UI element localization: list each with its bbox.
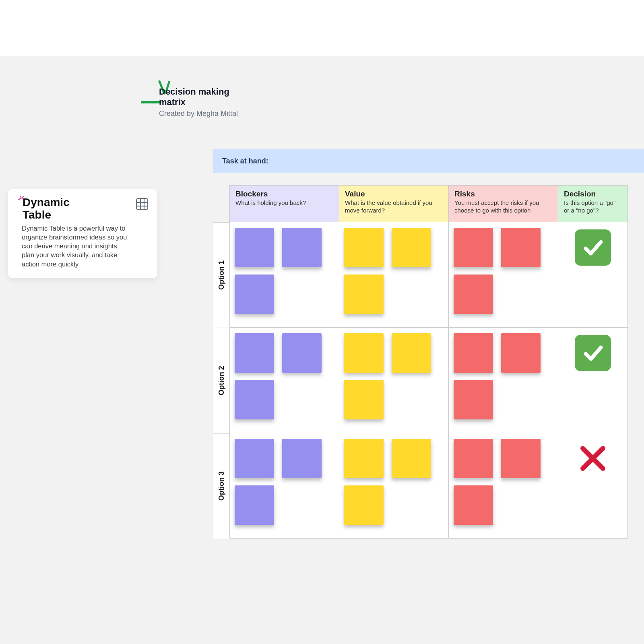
cell-blockers[interactable] xyxy=(229,222,339,328)
decision-go-badge[interactable] xyxy=(575,229,611,266)
decision-matrix: Blockers What is holding you back? Value… xyxy=(213,185,644,539)
sticky-note[interactable] xyxy=(344,275,384,314)
row-label[interactable]: Option 3 xyxy=(213,433,229,539)
sticky-note[interactable] xyxy=(392,228,431,267)
sticky-note[interactable] xyxy=(282,228,322,267)
svg-rect-0 xyxy=(136,198,148,210)
decision-go-badge[interactable] xyxy=(575,335,611,371)
col-subtitle: What is the value obtained if you move f… xyxy=(345,199,443,215)
sticky-note[interactable] xyxy=(235,439,274,478)
sticky-note[interactable] xyxy=(454,275,493,314)
sticky-note[interactable] xyxy=(501,439,541,478)
col-subtitle: Is this option a "go" or a "no go"? xyxy=(564,199,622,215)
row-label[interactable]: Option 2 xyxy=(213,328,229,433)
sticky-note[interactable] xyxy=(501,333,541,373)
template-header: Decision making matrix Created by Megha … xyxy=(159,87,248,118)
cell-blockers[interactable] xyxy=(229,433,339,539)
col-subtitle: You must accept the risks if you choose … xyxy=(454,199,552,215)
sticky-note[interactable] xyxy=(454,228,493,267)
header-spacer xyxy=(213,185,229,222)
column-header-risks[interactable]: Risks You must accept the risks if you c… xyxy=(448,185,558,222)
column-header-value[interactable]: Value What is the value obtained if you … xyxy=(339,185,448,222)
cell-blockers[interactable] xyxy=(229,328,339,433)
cell-decision[interactable] xyxy=(558,433,628,539)
sticky-note[interactable] xyxy=(344,439,384,478)
sticky-note[interactable] xyxy=(392,333,431,373)
dynamic-table-info-card[interactable]: Dynamic Table Dynamic Table is a powerfu… xyxy=(8,189,157,278)
sticky-note[interactable] xyxy=(344,333,384,373)
table-icon xyxy=(135,197,149,211)
sticky-note[interactable] xyxy=(235,485,274,525)
sticky-note[interactable] xyxy=(344,228,384,267)
col-title: Decision xyxy=(564,190,622,198)
matrix-row: Option 1 xyxy=(213,222,644,328)
col-title: Value xyxy=(345,190,443,198)
sticky-note[interactable] xyxy=(235,275,274,314)
column-header-blockers[interactable]: Blockers What is holding you back? xyxy=(229,185,339,222)
info-card-title: Dynamic Table xyxy=(23,196,95,221)
check-icon xyxy=(581,341,605,365)
decision-nogo-badge[interactable] xyxy=(575,440,611,477)
sticky-note[interactable] xyxy=(392,439,431,478)
task-label: Task at hand: xyxy=(222,157,268,165)
info-card-description: Dynamic Table is a powerful way to organ… xyxy=(22,224,133,268)
sticky-note[interactable] xyxy=(454,439,493,478)
col-title: Risks xyxy=(454,190,552,198)
column-header-decision[interactable]: Decision Is this option a "go" or a "no … xyxy=(558,185,628,222)
cell-value[interactable] xyxy=(339,222,448,328)
sticky-note[interactable] xyxy=(501,228,541,267)
sticky-note[interactable] xyxy=(282,439,322,478)
matrix-row: Option 2 xyxy=(213,328,644,433)
cell-value[interactable] xyxy=(339,433,448,539)
cell-value[interactable] xyxy=(339,328,448,433)
sticky-note[interactable] xyxy=(344,380,384,419)
sticky-note[interactable] xyxy=(454,380,493,419)
col-title: Blockers xyxy=(235,190,333,198)
col-subtitle: What is holding you back? xyxy=(235,199,333,207)
check-icon xyxy=(581,235,605,260)
sticky-note[interactable] xyxy=(235,228,274,267)
cell-risks[interactable] xyxy=(448,328,558,433)
row-label[interactable]: Option 1 xyxy=(213,222,229,328)
matrix-header-row: Blockers What is holding you back? Value… xyxy=(213,185,644,222)
cell-decision[interactable] xyxy=(558,222,628,328)
template-byline: Created by Megha Mittal xyxy=(159,109,248,118)
spark-accent-icon xyxy=(18,195,25,202)
sticky-note[interactable] xyxy=(344,485,384,525)
template-title: Decision making matrix xyxy=(159,87,248,108)
cell-decision[interactable] xyxy=(558,328,628,433)
cell-risks[interactable] xyxy=(448,433,558,539)
sticky-note[interactable] xyxy=(235,333,274,373)
task-at-hand-banner[interactable]: Task at hand: xyxy=(213,149,644,173)
sticky-note[interactable] xyxy=(454,485,493,525)
x-icon xyxy=(577,443,609,474)
matrix-row: Option 3 xyxy=(213,433,644,539)
sticky-note[interactable] xyxy=(454,333,493,373)
cell-risks[interactable] xyxy=(448,222,558,328)
sticky-note[interactable] xyxy=(282,333,322,373)
sticky-note[interactable] xyxy=(235,380,274,419)
